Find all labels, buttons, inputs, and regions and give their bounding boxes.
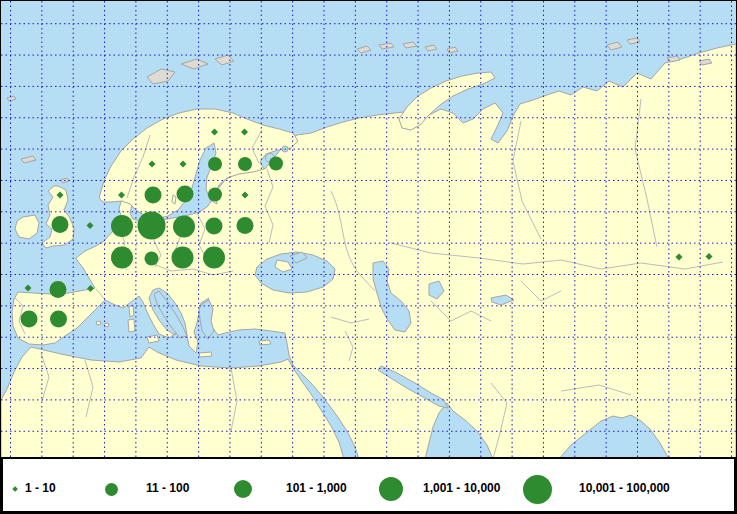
occurrence-symbol [208, 157, 222, 171]
occurrence-symbol [86, 222, 93, 229]
occurrence-symbol [24, 284, 31, 291]
map-window: 1 - 1011 - 100101 - 1,0001,001 - 10,0001… [0, 0, 737, 514]
legend-diamond-symbol [12, 486, 18, 492]
occurrence-symbol [111, 247, 133, 269]
svalbard-islands [147, 55, 234, 84]
occurrence-symbol [50, 281, 67, 298]
occurrence-symbol [145, 187, 162, 204]
legend-bar: 1 - 1011 - 100101 - 1,0001,001 - 10,0001… [1, 457, 736, 513]
legend-label: 101 - 1,000 [286, 481, 347, 495]
occurrence-symbol [111, 215, 133, 237]
occurrence-symbol [203, 247, 225, 269]
franz-josef-land-islands [357, 42, 458, 53]
occurrence-symbol [138, 212, 166, 240]
occurrence-symbol [173, 216, 195, 238]
legend-label: 11 - 100 [146, 481, 189, 495]
gotland-island [172, 195, 176, 204]
occurrence-symbol [269, 157, 283, 171]
corsica-island [129, 305, 134, 317]
crete-island [199, 352, 212, 357]
legend-circle-symbol [234, 480, 252, 498]
occurrence-symbol [172, 247, 194, 269]
occurrence-symbol [177, 186, 194, 203]
occurrence-symbol [21, 311, 38, 328]
occurrence-symbol [50, 311, 67, 328]
legend-circle-symbol [105, 483, 118, 496]
occurrence-symbol [208, 188, 222, 202]
occurrence-symbol [145, 252, 159, 266]
ireland-island [15, 215, 39, 239]
aegean-sea [199, 300, 214, 339]
iceland-edge [7, 96, 36, 163]
occurrence-symbol [206, 218, 223, 235]
sardinia-island [128, 319, 135, 332]
land-layer [1, 44, 736, 459]
legend-circle-symbol [523, 475, 552, 504]
europe-asia-occurrence-map [1, 1, 736, 513]
legend-label: 1,001 - 10,000 [423, 481, 500, 495]
sicily-island [147, 335, 159, 343]
legend-label: 1 - 10 [25, 481, 56, 495]
occurrence-symbol [237, 217, 254, 234]
legend-circle-symbol [379, 477, 403, 501]
occurrence-symbol [52, 216, 69, 233]
occurrence-symbol [238, 157, 252, 171]
legend-label: 10,001 - 100,000 [579, 481, 670, 495]
balearic-islands [96, 321, 109, 327]
